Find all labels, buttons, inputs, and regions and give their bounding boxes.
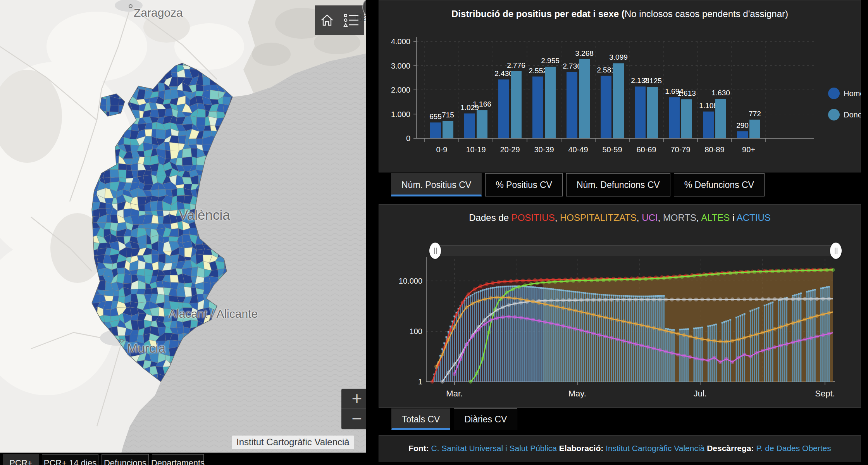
actius-bar[interactable] xyxy=(500,287,501,382)
footer-link-5[interactable]: P. de Dades Obertes xyxy=(756,444,831,453)
actius-bar[interactable] xyxy=(555,289,556,382)
map-tab-departaments[interactable]: Departaments xyxy=(152,454,204,465)
bar-dones[interactable] xyxy=(511,71,522,139)
tab-diaries-cv[interactable]: Diàries CV xyxy=(454,408,517,430)
time-slider-track[interactable] xyxy=(435,245,836,256)
bar-homes[interactable] xyxy=(669,97,680,138)
actius-bar[interactable] xyxy=(643,296,644,382)
actius-bar[interactable] xyxy=(756,308,757,382)
actius-bar[interactable] xyxy=(750,311,751,382)
actius-bar[interactable] xyxy=(607,295,608,382)
actius-bar[interactable] xyxy=(504,286,505,382)
actius-bar[interactable] xyxy=(698,328,699,382)
actius-bar[interactable] xyxy=(796,294,797,382)
actius-bar[interactable] xyxy=(641,296,642,382)
bar-dones[interactable] xyxy=(613,63,624,138)
actius-bar[interactable] xyxy=(468,297,469,382)
legend-swatch-dones[interactable] xyxy=(828,109,840,121)
actius-bar[interactable] xyxy=(556,289,558,382)
actius-bar[interactable] xyxy=(766,305,767,382)
actius-bar[interactable] xyxy=(726,321,727,382)
actius-bar[interactable] xyxy=(464,300,465,382)
actius-bar[interactable] xyxy=(514,286,515,382)
actius-bar[interactable] xyxy=(516,286,517,382)
actius-bar[interactable] xyxy=(754,309,755,382)
footer-link-3[interactable]: Institut Cartogràfic Valencià xyxy=(606,444,704,453)
actius-bar[interactable] xyxy=(551,289,552,382)
actius-bar[interactable] xyxy=(655,296,656,382)
actius-bar[interactable] xyxy=(738,317,739,382)
actius-bar[interactable] xyxy=(522,286,524,382)
actius-bar[interactable] xyxy=(623,296,624,382)
actius-bar[interactable] xyxy=(647,296,648,382)
actius-bar[interactable] xyxy=(546,288,548,382)
map-tab-pcr[interactable]: PCR+ xyxy=(3,454,39,465)
bar-homes[interactable] xyxy=(737,131,748,138)
time-slider-handle-right[interactable] xyxy=(830,243,842,259)
actius-bar[interactable] xyxy=(812,290,813,382)
actius-bar[interactable] xyxy=(482,290,483,382)
home-icon[interactable] xyxy=(319,12,335,28)
actius-bar[interactable] xyxy=(508,286,509,382)
actius-bar[interactable] xyxy=(768,304,769,382)
bar-dones[interactable] xyxy=(681,99,692,138)
actius-bar[interactable] xyxy=(667,329,668,382)
actius-bar[interactable] xyxy=(806,291,808,382)
legend-swatch-homes[interactable] xyxy=(828,88,840,99)
actius-bar[interactable] xyxy=(601,294,602,382)
actius-bar[interactable] xyxy=(553,289,554,382)
actius-bar[interactable] xyxy=(585,293,586,382)
actius-bar[interactable] xyxy=(782,299,783,382)
tab-num-defuncions-cv[interactable]: Núm. Defuncions CV xyxy=(566,173,670,196)
actius-bar[interactable] xyxy=(506,286,507,382)
choropleth-map[interactable] xyxy=(0,0,366,465)
tab-num-positius-cv[interactable]: Núm. Positius CV xyxy=(391,173,482,196)
actius-bar[interactable] xyxy=(591,293,592,382)
actius-bar[interactable] xyxy=(786,297,787,382)
actius-bar[interactable] xyxy=(575,291,576,382)
actius-bar[interactable] xyxy=(701,327,703,382)
actius-bar[interactable] xyxy=(764,305,765,382)
time-slider-handle-left[interactable] xyxy=(429,243,441,259)
actius-bar[interactable] xyxy=(561,290,562,382)
actius-bar[interactable] xyxy=(476,292,477,382)
actius-bar[interactable] xyxy=(722,322,723,382)
actius-bar[interactable] xyxy=(510,286,512,382)
actius-bar[interactable] xyxy=(593,294,594,382)
actius-bar[interactable] xyxy=(492,288,493,382)
bar-dones[interactable] xyxy=(579,59,590,138)
actius-bar[interactable] xyxy=(567,291,568,382)
actius-bar[interactable] xyxy=(752,310,753,382)
time-series-chart[interactable]: 110010.000Mar.May.Jul.Sept. xyxy=(379,204,861,408)
actius-bar[interactable] xyxy=(637,296,638,382)
actius-bar[interactable] xyxy=(570,291,572,382)
actius-bar[interactable] xyxy=(758,308,759,382)
actius-bar[interactable] xyxy=(629,296,630,382)
actius-bar[interactable] xyxy=(639,296,640,382)
actius-bar[interactable] xyxy=(694,328,695,382)
actius-bar[interactable] xyxy=(633,296,634,382)
map-tab-defuncions[interactable]: Defuncions xyxy=(102,454,149,465)
actius-bar[interactable] xyxy=(730,320,731,382)
tab-pct-positius-cv[interactable]: % Positius CV xyxy=(485,173,563,196)
footer-link-1[interactable]: C. Sanitat Universal i Salut Pública xyxy=(431,444,557,453)
actius-bar[interactable] xyxy=(794,295,795,382)
actius-bar[interactable] xyxy=(778,300,779,382)
actius-bar[interactable] xyxy=(651,296,652,382)
bar-homes[interactable] xyxy=(464,114,475,138)
actius-bar[interactable] xyxy=(573,291,574,382)
actius-bar[interactable] xyxy=(627,296,628,382)
bar-dones[interactable] xyxy=(477,110,487,138)
tab-totals-cv[interactable]: Totals CV xyxy=(391,408,450,430)
legend-icon[interactable] xyxy=(343,12,360,28)
bar-homes[interactable] xyxy=(532,77,543,139)
bar-dones[interactable] xyxy=(749,120,760,138)
actius-bar[interactable] xyxy=(669,329,670,382)
actius-bar[interactable] xyxy=(728,320,729,382)
actius-bar[interactable] xyxy=(673,330,675,382)
actius-bar[interactable] xyxy=(587,293,588,382)
actius-bar[interactable] xyxy=(792,295,793,382)
actius-bar[interactable] xyxy=(579,292,580,382)
bar-homes[interactable] xyxy=(703,112,714,138)
actius-bar[interactable] xyxy=(577,292,578,382)
